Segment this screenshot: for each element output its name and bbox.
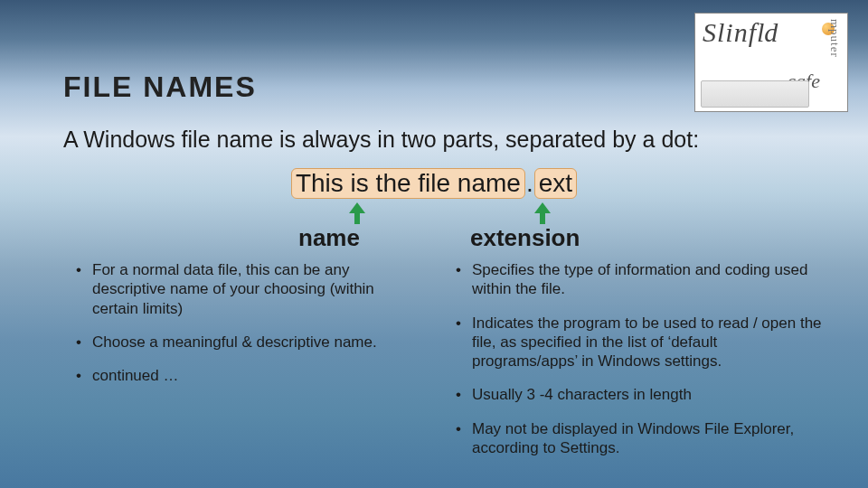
arrow-up-icon xyxy=(351,202,363,224)
slide-title: FILE NAMES xyxy=(63,70,257,104)
column-heading-extension: extension xyxy=(470,224,580,252)
logo-brand-text: Slinf xyxy=(703,17,757,47)
column-name: For a normal data file, this can be any … xyxy=(72,260,407,399)
keyboard-icon xyxy=(701,80,809,108)
logo: Slinfld mputer cafe xyxy=(694,13,848,112)
column-extension: Specifies the type of information and co… xyxy=(452,260,823,472)
intro-text: A Windows file name is always in two par… xyxy=(63,127,699,153)
list-item: Specifies the type of information and co… xyxy=(452,260,823,299)
list-item: continued … xyxy=(72,366,407,385)
list-item: Indicates the program to be used to read… xyxy=(452,314,823,371)
slide: Slinfld mputer cafe FILE NAMES A Windows… xyxy=(0,0,868,488)
filename-name-part: This is the file name xyxy=(291,168,525,199)
list-item: May not be displayed in Windows File Exp… xyxy=(452,419,823,458)
logo-brand-tail: ld xyxy=(757,17,778,47)
filename-ext-part: ext xyxy=(534,168,577,199)
filename-dot: . xyxy=(526,169,533,197)
filename-example: This is the file name.ext xyxy=(0,168,868,199)
logo-side-text: mputer xyxy=(827,19,842,58)
list-item: Usually 3 -4 characters in length xyxy=(452,385,823,404)
list-item: For a normal data file, this can be any … xyxy=(72,260,407,318)
column-heading-name: name xyxy=(298,224,360,252)
arrow-up-icon xyxy=(536,202,549,224)
list-item: Choose a meaningful & descriptive name. xyxy=(72,333,407,352)
